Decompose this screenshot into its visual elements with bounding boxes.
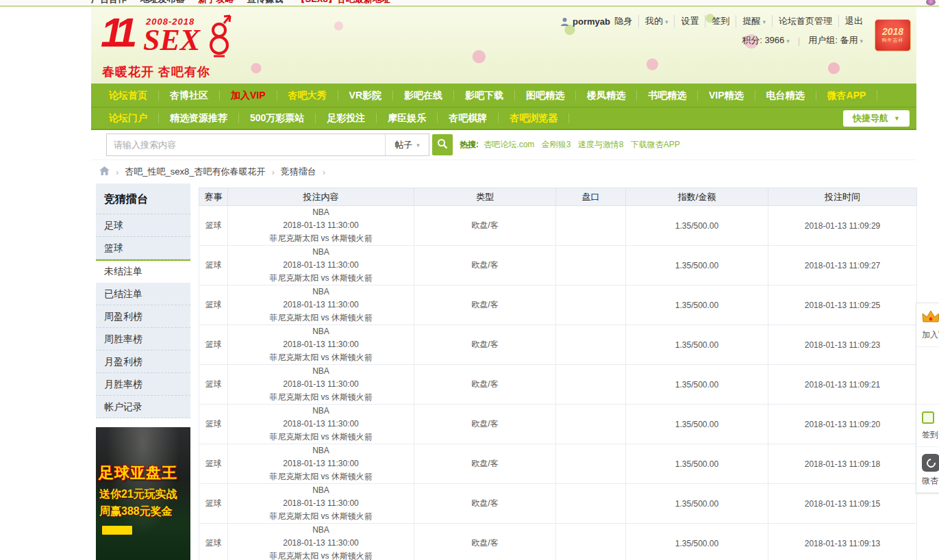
logo-brand: SEX: [143, 25, 200, 55]
bet-match: 菲尼克斯太阳 vs 休斯顿火箭: [232, 272, 410, 285]
user-menu-item[interactable]: 签到: [705, 15, 729, 27]
breadcrumb-section-link[interactable]: 竞猜擂台: [281, 166, 316, 178]
panel-spacer: [916, 347, 939, 405]
hot-search-link[interactable]: 金刚狼3: [542, 140, 571, 149]
sidebar-item[interactable]: 未结注单: [96, 259, 190, 283]
main-nav: 论坛首页 杏博社区 加入VIP 杏吧大秀 VR影院 影吧在线 影吧下载 图吧精选…: [91, 84, 916, 107]
nav-item[interactable]: 电台精选: [755, 90, 816, 101]
breadcrumb-forum-link[interactable]: 杏吧_性吧_sex8_杏吧有你春暖花开: [125, 166, 265, 178]
sidebar-item[interactable]: 篮球: [96, 237, 190, 259]
sidebar-item[interactable]: 足球: [96, 214, 190, 237]
chevron-down-icon: [786, 38, 790, 44]
user-menu-item[interactable]: 设置: [674, 15, 699, 27]
username[interactable]: pormyab: [573, 16, 610, 27]
sidebar-item[interactable]: 月盈利榜: [96, 351, 190, 373]
ad-button[interactable]: [102, 526, 132, 535]
nav-item[interactable]: 足彩投注: [316, 113, 377, 123]
bet-match: 菲尼克斯太阳 vs 休斯顿火箭: [232, 311, 410, 324]
user-menu-item[interactable]: 退出: [838, 15, 863, 27]
cell-bet-time: 2018-01-13 11:09:21: [768, 365, 917, 405]
weixing-app-shortcut[interactable]: 微杏: [916, 447, 939, 493]
cell-bet-content: NBA 2018-01-13 11:30:00 菲尼克斯太阳 vs 休斯顿火箭: [228, 444, 414, 484]
nav-item[interactable]: 影吧在线: [393, 90, 454, 101]
cell-bet-content: NBA 2018-01-13 11:30:00 菲尼克斯太阳 vs 休斯顿火箭: [228, 365, 414, 405]
user-menu-item[interactable]: 提醒: [736, 15, 766, 27]
nav-item[interactable]: 杏吧大秀: [277, 90, 338, 101]
points-dropdown[interactable]: 积分: 3966: [742, 34, 790, 47]
visibility-toggle[interactable]: 隐身: [614, 15, 632, 27]
cell-handicap: [556, 405, 626, 444]
cell-type: 欧盘/客: [414, 285, 556, 325]
divider: |: [798, 36, 800, 46]
table-row: 篮球 NBA 2018-01-13 11:30:00 菲尼克斯太阳 vs 休斯顿…: [199, 206, 917, 246]
bet-match-time: 2018-01-13 11:30:00: [232, 298, 410, 311]
nav-item[interactable]: 精选资源推荐: [159, 113, 239, 123]
cell-odds-amount: 1.35/500.00: [626, 365, 768, 405]
topbar-link[interactable]: 宣传赚钱: [247, 0, 283, 4]
sidebar-item[interactable]: 月胜率榜: [96, 373, 190, 396]
search-type-select[interactable]: 帖子: [385, 134, 429, 155]
secondary-nav: 论坛门户 精选资源推荐 500万彩票站 足彩投注 摩臣娱乐 杏吧棋牌 杏吧浏览器…: [91, 107, 916, 130]
topbar-link[interactable]: 地址发布器: [140, 0, 185, 4]
table-row: 篮球 NBA 2018-01-13 11:30:00 菲尼克斯太阳 vs 休斯顿…: [199, 365, 917, 405]
column-header: 指数/金额: [626, 188, 768, 206]
quick-nav-button[interactable]: 快捷导航: [843, 110, 910, 127]
topbar-link[interactable]: 广告合作: [91, 0, 127, 4]
nav-item[interactable]: 书吧精选: [637, 90, 698, 101]
home-icon[interactable]: [99, 166, 110, 178]
nav-item[interactable]: 500万彩票站: [239, 113, 316, 123]
user-menu-item[interactable]: 论坛首页管理: [772, 15, 832, 27]
topbar-link[interactable]: 新手攻略: [198, 0, 234, 4]
nav-item[interactable]: 楼凤精选: [576, 90, 637, 101]
cell-sport: 篮球: [199, 365, 228, 405]
hot-search-link[interactable]: 杏吧论坛.com: [484, 140, 534, 149]
table-row: 篮球 NBA 2018-01-13 11:30:00 菲尼克斯太阳 vs 休斯顿…: [199, 285, 917, 325]
cell-type: 欧盘/客: [414, 246, 556, 285]
sidebar-item[interactable]: 帐户记录: [96, 396, 190, 418]
join-vip-shortcut[interactable]: 加入VIP: [916, 303, 939, 347]
sidebar-item[interactable]: 周盈利榜: [96, 305, 190, 328]
cell-type: 欧盘/客: [414, 365, 556, 405]
emoticon-icon[interactable]: [926, 0, 936, 5]
cell-bet-time: 2018-01-13 11:09:23: [768, 325, 917, 365]
sidebar-item[interactable]: 已结注单: [96, 283, 190, 305]
cell-odds-amount: 1.35/500.00: [626, 325, 768, 365]
content-wrapper: 11 2008-2018 SEX 春暖花开 杏吧有你: [91, 7, 916, 560]
bet-match-time: 2018-01-13 11:30:00: [232, 537, 410, 550]
cell-handicap: [556, 285, 626, 325]
bet-league: NBA: [232, 444, 410, 457]
nav-item[interactable]: 加入VIP: [220, 90, 277, 101]
nav-item[interactable]: 论坛门户: [98, 113, 159, 123]
nav-item[interactable]: 论坛首页: [98, 90, 159, 101]
nav-item[interactable]: 影吧下载: [454, 90, 515, 101]
cell-odds-amount: 1.35/500.00: [626, 206, 768, 246]
sidebar-menu: 竞猜擂台 足球 篮球 未结注单 已结注单 周盈利榜 周胜率榜 月盈利榜: [96, 183, 190, 418]
search-bar: 帖子 热搜: 杏吧论坛.com 金刚狼3 速度与激情8 下载微杏APP: [91, 130, 916, 160]
site-logo[interactable]: 11 2008-2018 SEX 春暖花开 杏吧有你: [101, 11, 245, 79]
sidebar-item[interactable]: 周胜率榜: [96, 328, 190, 351]
football-ad-banner[interactable]: 足球亚盘王 送你21元玩实战 周赢388元奖金: [96, 427, 190, 560]
search-button[interactable]: [432, 134, 453, 155]
search-icon: [437, 138, 448, 151]
nav-item[interactable]: 微杏APP: [816, 90, 878, 101]
nav-item[interactable]: VIP精选: [698, 90, 755, 101]
bet-league: NBA: [232, 325, 410, 338]
hot-search-link[interactable]: 速度与激情8: [578, 140, 624, 149]
new-year-2018-badge[interactable]: 2018 狗年吉祥: [875, 19, 911, 51]
sign-in-shortcut[interactable]: 签到: [916, 405, 939, 447]
cell-odds-amount: 1.35/500.00: [626, 285, 768, 325]
nav-item[interactable]: 摩臣娱乐: [377, 113, 438, 123]
nav-item[interactable]: VR影院: [338, 90, 393, 101]
cell-bet-time: 2018-01-13 11:09:29: [768, 206, 917, 246]
search-input[interactable]: [107, 134, 385, 155]
topbar-link[interactable]: 【SEX8】杏吧最新地址: [297, 0, 390, 4]
shortcut-label: 微杏: [922, 475, 939, 487]
user-menu-item[interactable]: 我的: [638, 15, 668, 27]
nav-item[interactable]: 图吧精选: [515, 90, 576, 101]
hot-search-link[interactable]: 下载微杏APP: [631, 140, 680, 149]
nav-item[interactable]: 杏吧浏览器: [499, 113, 569, 123]
cell-type: 欧盘/客: [414, 405, 556, 444]
usergroup-dropdown[interactable]: 用户组: 备用: [808, 34, 863, 47]
nav-item[interactable]: 杏吧棋牌: [438, 113, 499, 123]
nav-item[interactable]: 杏博社区: [159, 90, 220, 101]
